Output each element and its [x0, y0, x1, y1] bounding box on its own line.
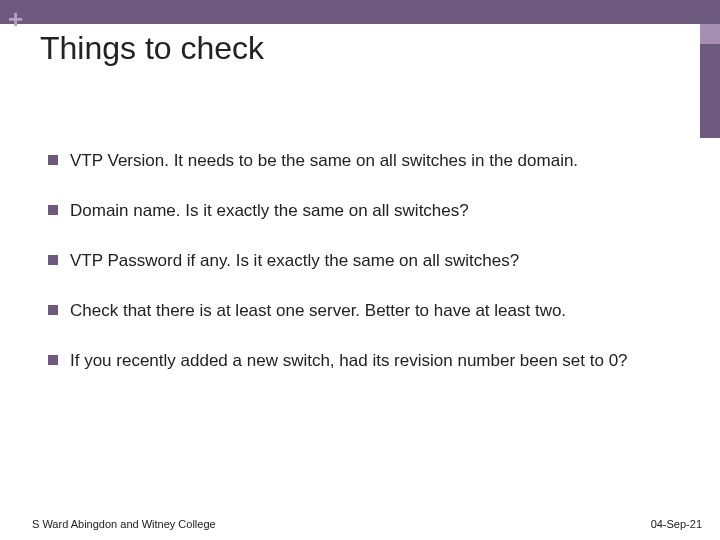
slide: + Things to check VTP Version. It needs …	[0, 0, 720, 540]
bullet-icon	[48, 155, 58, 165]
bullet-icon	[48, 255, 58, 265]
bullet-icon	[48, 355, 58, 365]
footer-author: S Ward Abingdon and Witney College	[32, 518, 216, 530]
list-item: Check that there is at least one server.…	[48, 300, 648, 322]
list-item-text: Domain name. Is it exactly the same on a…	[70, 200, 469, 222]
footer-date: 04-Sep-21	[651, 518, 702, 530]
bullet-icon	[48, 205, 58, 215]
title-bar	[0, 0, 720, 24]
list-item-text: VTP Version. It needs to be the same on …	[70, 150, 578, 172]
list-item-text: If you recently added a new switch, had …	[70, 350, 628, 372]
plus-icon: +	[8, 6, 23, 32]
list-item: VTP Password if any. Is it exactly the s…	[48, 250, 648, 272]
list-item: If you recently added a new switch, had …	[48, 350, 648, 372]
page-title: Things to check	[40, 30, 264, 67]
list-item: Domain name. Is it exactly the same on a…	[48, 200, 648, 222]
content-list: VTP Version. It needs to be the same on …	[48, 150, 648, 400]
accent-line	[700, 44, 720, 138]
accent-square	[700, 24, 720, 44]
list-item-text: VTP Password if any. Is it exactly the s…	[70, 250, 519, 272]
list-item: VTP Version. It needs to be the same on …	[48, 150, 648, 172]
bullet-icon	[48, 305, 58, 315]
list-item-text: Check that there is at least one server.…	[70, 300, 566, 322]
